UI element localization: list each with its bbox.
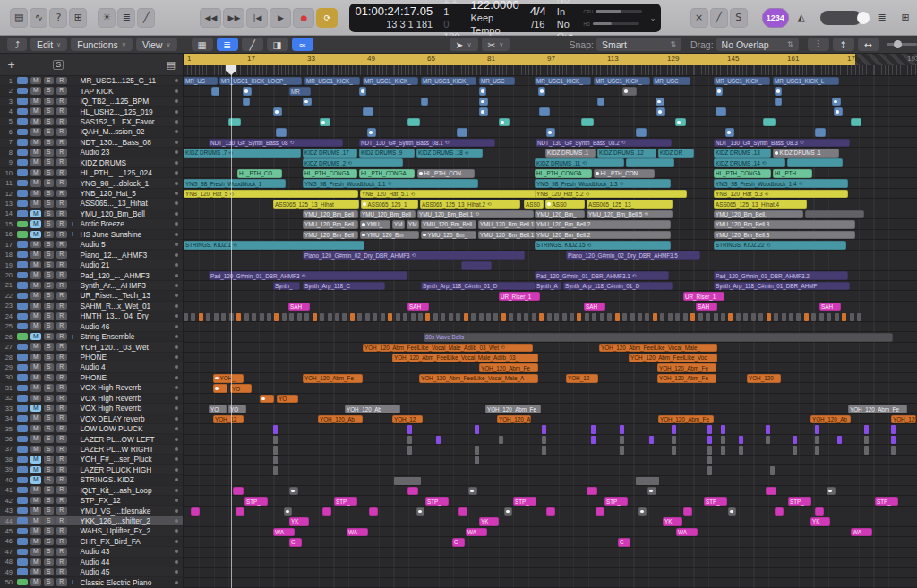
record-enable-button[interactable]: R xyxy=(56,374,67,382)
solo-button[interactable]: S xyxy=(44,179,55,187)
midi-note-region[interactable] xyxy=(707,446,712,455)
percussion-hit-region[interactable] xyxy=(471,313,476,321)
percussion-hit-region[interactable] xyxy=(554,313,559,321)
region[interactable]: YOH_120_Abm_FeelLike_Vocal_Male_A xyxy=(419,374,538,383)
percussion-hit-region[interactable] xyxy=(493,313,498,321)
region[interactable] xyxy=(458,507,467,516)
percussion-hit-region[interactable] xyxy=(342,313,347,321)
region[interactable]: STP_ xyxy=(425,497,449,506)
region[interactable] xyxy=(638,507,647,516)
region[interactable]: KIDZ DR xyxy=(658,149,694,158)
percussion-hit-region[interactable] xyxy=(486,313,491,321)
region[interactable]: YMU_120_Bm_Bell.5⟲ xyxy=(587,210,673,219)
playhead-line[interactable] xyxy=(231,65,232,588)
solo-button[interactable]: S xyxy=(44,354,55,362)
zoom-slider[interactable] xyxy=(887,43,917,46)
track-header-row[interactable]: 37MSRLAZER PL...W RIGHT xyxy=(0,445,183,455)
record-enable-button[interactable]: R xyxy=(56,446,67,454)
region[interactable] xyxy=(815,507,824,516)
percussion-hit-region[interactable] xyxy=(456,313,460,321)
track-header-row[interactable]: 23MSRSAHM_R...x_Wet_01 xyxy=(0,302,183,311)
stop-button[interactable]: |◀ xyxy=(246,8,268,28)
percussion-hit-region-orange[interactable] xyxy=(690,313,695,321)
track-name[interactable]: Arctic Breeze xyxy=(77,219,173,228)
record-enable-button[interactable]: R xyxy=(56,466,67,474)
region[interactable] xyxy=(320,118,330,127)
vertical-zoom-icon[interactable]: ↕ xyxy=(833,38,854,51)
region[interactable]: KIDZ DRUMS .1 xyxy=(545,149,596,158)
record-enable-button[interactable]: R xyxy=(56,414,67,422)
midi-note-region[interactable] xyxy=(864,425,869,434)
cable-icon[interactable]: ∿ xyxy=(30,8,47,28)
midi-note-region[interactable] xyxy=(815,446,819,455)
add-track-button[interactable]: + xyxy=(7,59,15,71)
regions-button[interactable]: ≣ xyxy=(217,38,238,51)
percussion-hit-region[interactable] xyxy=(403,313,407,321)
brightness-icon[interactable]: ☀ xyxy=(98,8,116,28)
region[interactable] xyxy=(716,107,726,116)
track-header-row[interactable]: 8MSRAudio 23 xyxy=(0,148,183,158)
region[interactable]: HL_PTH_CONGA xyxy=(535,169,592,178)
mute-button[interactable]: M xyxy=(30,303,41,311)
record-enable-button[interactable]: R xyxy=(56,220,67,228)
track-header-row[interactable]: 45MSRWAHS_Uplifter_Fx_2 xyxy=(0,526,183,536)
solo-button[interactable]: S xyxy=(44,548,55,556)
mute-button[interactable]: M xyxy=(30,558,41,567)
region[interactable]: YM xyxy=(407,220,419,229)
percussion-hit-region-orange[interactable] xyxy=(767,313,771,321)
track-name[interactable]: WAHS_Uplifter_Fx_2 xyxy=(77,526,173,535)
solo-button[interactable]: S xyxy=(44,241,55,249)
track-name[interactable]: SAHM_R...x_Wet_01 xyxy=(77,302,173,311)
record-enable-button[interactable]: R xyxy=(56,395,67,403)
solo-button[interactable]: S xyxy=(44,363,55,371)
functions-menu[interactable]: Functions∨ xyxy=(71,38,133,51)
percussion-hit-region[interactable] xyxy=(660,313,664,321)
record-enable-button[interactable]: R xyxy=(56,179,67,187)
mute-button[interactable]: M xyxy=(30,251,41,259)
record-enable-button[interactable]: R xyxy=(56,210,67,218)
record-enable-button[interactable]: R xyxy=(56,527,67,535)
mute-button[interactable]: M xyxy=(30,220,41,228)
mute-button[interactable]: M xyxy=(30,158,41,166)
mute-button[interactable]: M xyxy=(30,271,41,279)
track-header-row[interactable]: 11MSRYNG_98_...dblock_1 xyxy=(0,178,183,188)
mute-button[interactable]: M xyxy=(30,77,41,85)
region[interactable] xyxy=(359,87,366,96)
region[interactable] xyxy=(191,507,200,516)
region[interactable] xyxy=(479,98,488,107)
track-header-row[interactable]: 7MSRNDT_130..._Bass_08 xyxy=(0,138,183,148)
solo-button[interactable]: S xyxy=(44,261,55,269)
percussion-hit-region-orange[interactable] xyxy=(236,313,241,321)
mute-button[interactable]: M xyxy=(30,363,41,371)
track-name[interactable]: YMU_VS_...ttlesnake xyxy=(77,507,173,516)
mixer-icon[interactable]: ≣ xyxy=(117,8,135,28)
region[interactable]: YOH_120_Abm_FeelLike_Vocal_Male_Adlib_03… xyxy=(363,344,533,353)
region[interactable]: NDT_130_G#_Synth_Bass_08⟲ xyxy=(209,139,343,148)
region[interactable]: YMU_120_Bm_Bell xyxy=(303,220,358,229)
region[interactable] xyxy=(716,87,723,96)
region[interactable] xyxy=(827,487,836,496)
midi-note-region[interactable] xyxy=(837,436,842,445)
rewind-button[interactable]: ◀◀ xyxy=(200,8,221,28)
region[interactable]: MR_USC xyxy=(479,77,515,86)
inspector-icon[interactable]: ⊞ xyxy=(69,8,87,28)
percussion-hit-region[interactable] xyxy=(698,313,703,321)
region[interactable]: YK xyxy=(663,517,682,526)
mute-button[interactable]: M xyxy=(30,231,41,239)
region[interactable] xyxy=(479,87,486,96)
count-in-button[interactable]: 1234 xyxy=(762,8,789,28)
mute-button[interactable]: M xyxy=(30,149,41,157)
percussion-hit-region[interactable] xyxy=(433,313,438,321)
metronome-icon[interactable]: ◭ xyxy=(791,8,812,28)
solo-button[interactable]: S xyxy=(44,384,55,392)
region[interactable] xyxy=(284,507,292,516)
region[interactable]: NDT_130_G#_Synth_Bass_08.3⟲ xyxy=(714,139,850,148)
region[interactable]: YOH_120 xyxy=(747,374,781,383)
region[interactable]: KIDZ DRUMS .11⟲ xyxy=(535,158,624,167)
solo-button[interactable]: S xyxy=(44,271,55,279)
discard-recording-icon[interactable]: × xyxy=(690,8,708,28)
midi-note-region[interactable] xyxy=(620,446,624,455)
midi-note-region[interactable] xyxy=(407,436,412,445)
region[interactable] xyxy=(369,507,378,516)
region[interactable] xyxy=(499,118,510,127)
